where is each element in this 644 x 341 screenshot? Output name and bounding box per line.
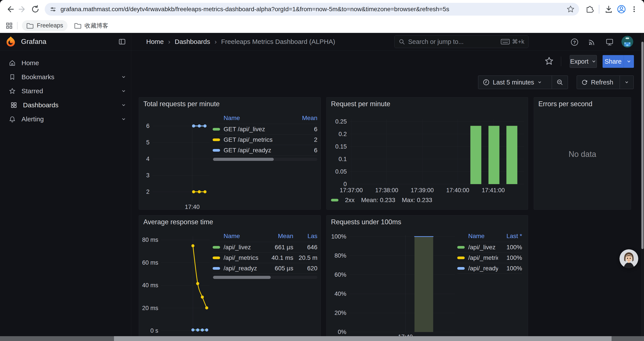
breadcrumb-home[interactable]: Home [146, 38, 164, 46]
back-button[interactable] [4, 3, 16, 16]
dock-sidebar-icon[interactable] [118, 38, 126, 46]
series-name[interactable]: GET /api/_readyz [224, 147, 287, 154]
sidebar-item-label: Alerting [22, 115, 44, 123]
legend-scrollbar[interactable] [212, 158, 318, 161]
chevron-down-icon[interactable] [120, 116, 127, 122]
share-label[interactable]: Share [602, 55, 624, 68]
legend-scrollbar[interactable] [212, 276, 318, 279]
url-text[interactable]: grafana.mathmast.com/d/deytv4rwavabkb/fr… [60, 6, 566, 13]
user-avatar[interactable] [622, 36, 633, 48]
series-color-pill [457, 246, 465, 249]
time-range-button[interactable]: Last 5 minutes [478, 76, 552, 89]
search-input[interactable]: Search or jump to... ⌘+k [394, 35, 528, 48]
legend-row[interactable]: GET /api/_livez6 [212, 124, 318, 134]
svg-text:17:37:00: 17:37:00 [340, 187, 363, 194]
browser-menu-icon[interactable] [628, 3, 640, 16]
forward-button[interactable] [16, 3, 29, 16]
chevron-down-icon[interactable] [120, 88, 127, 94]
series-name[interactable]: /api/_livez [224, 244, 262, 251]
panel-total-requests-per-minute: Total requests per minute 6543217:40 Nam… [139, 97, 321, 210]
address-bar[interactable]: grafana.mathmast.com/d/deytv4rwavabkb/fr… [45, 3, 579, 16]
legend-row[interactable]: /api/_metrics100% [457, 252, 522, 263]
legend-col-name[interactable]: Name [224, 115, 240, 122]
search-placeholder: Search or jump to... [408, 38, 501, 46]
extensions-icon[interactable] [583, 3, 596, 16]
legend-col-last[interactable]: Las [293, 233, 318, 240]
legend-col-name[interactable]: Name [224, 233, 240, 240]
series-name[interactable]: GET /api/_metrics [224, 136, 287, 143]
grafana-logo[interactable] [5, 36, 16, 47]
panel-errors-per-second: Errors per second No data [534, 97, 631, 210]
breadcrumb: Home › Dashboards › Freeleaps Metrics Da… [146, 33, 335, 51]
svg-text:17:40: 17:40 [185, 204, 200, 209]
panel-title[interactable]: Requests under 100ms [331, 218, 401, 226]
legend-col-mean[interactable]: Mean [260, 233, 293, 240]
series-name[interactable]: /api/_readyz [224, 265, 262, 272]
sidebar-item-dashboards[interactable]: Dashboards [0, 98, 131, 112]
bookmarks-bar: Freeleaps 收藏博客 [0, 19, 644, 33]
sidebar-item-starred[interactable]: Starred [0, 84, 131, 98]
legend-row[interactable]: /api/_livez661 µs646 [212, 242, 318, 252]
refresh-interval-toggle[interactable] [620, 76, 634, 89]
dashboards-grid-icon [10, 102, 17, 109]
home-icon [9, 60, 16, 67]
legend-col-name[interactable]: Name [468, 233, 485, 240]
legend-row[interactable]: /api/_livez100% [457, 242, 522, 252]
series-name[interactable]: /api/_metrics [224, 254, 262, 261]
horizontal-scrollbar[interactable] [0, 336, 644, 341]
star-icon [9, 88, 16, 95]
panel-title[interactable]: Total requests per minute [143, 100, 220, 108]
sidebar-item-alerting[interactable]: Alerting [0, 112, 131, 126]
favorite-dashboard-icon[interactable] [544, 56, 555, 67]
export-button[interactable]: Export [570, 55, 597, 68]
help-icon[interactable]: ? [570, 37, 579, 47]
series-max: Max: 0.233 [402, 197, 432, 204]
zoom-out-button[interactable] [552, 76, 568, 89]
horizontal-scrollbar-thumb[interactable] [114, 336, 612, 341]
series-name[interactable]: /api/_livez [468, 244, 498, 251]
chevron-down-icon[interactable] [120, 74, 127, 80]
keyboard-icon [501, 38, 510, 45]
legend-row[interactable]: /api/_readyz100% [457, 263, 522, 273]
legend-col-mean[interactable]: Mean [302, 115, 318, 122]
bell-icon [9, 116, 16, 123]
bookmark-folder-blogs[interactable]: 收藏博客 [70, 20, 113, 31]
sidebar-header: Grafana [0, 33, 131, 51]
series-color-pill [212, 149, 220, 152]
legend-row[interactable]: /api/_readyz605 µs620 [212, 263, 318, 273]
browser-toolbar: grafana.mathmast.com/d/deytv4rwavabkb/fr… [0, 0, 644, 19]
vertical-scrollbar-thumb[interactable] [641, 42, 644, 249]
legend-row[interactable]: GET /api/_readyz6 [212, 145, 318, 155]
share-button[interactable]: Share [602, 55, 634, 68]
chevron-down-icon[interactable] [120, 102, 127, 108]
news-rss-icon[interactable] [587, 37, 597, 47]
svg-text:3: 3 [146, 172, 150, 179]
share-menu-toggle[interactable] [624, 55, 634, 68]
sidebar-item-bookmarks[interactable]: Bookmarks [0, 70, 131, 84]
legend-row[interactable]: GET /api/_metrics2 [212, 134, 318, 145]
download-icon[interactable] [602, 3, 615, 16]
panel-title[interactable]: Request per minute [331, 100, 390, 108]
vertical-scrollbar[interactable] [641, 33, 644, 336]
sidebar-item-home[interactable]: Home [0, 56, 131, 70]
panel-title[interactable]: Errors per second [538, 100, 592, 108]
search-shortcut: ⌘+k [512, 38, 524, 45]
svg-text:100%: 100% [331, 233, 346, 240]
series-name[interactable]: 2xx [345, 197, 355, 204]
bookmark-star-icon[interactable] [566, 5, 575, 14]
assistant-avatar[interactable] [620, 249, 638, 268]
series-name[interactable]: /api/_readyz [468, 265, 498, 272]
legend-col-last[interactable]: Last * [506, 233, 522, 240]
site-settings-icon[interactable] [49, 5, 57, 13]
series-name[interactable]: /api/_metrics [468, 254, 498, 261]
breadcrumb-dashboards[interactable]: Dashboards [175, 38, 210, 46]
series-name[interactable]: GET /api/_livez [224, 126, 287, 133]
panel-title[interactable]: Average response time [143, 218, 213, 226]
profile-icon[interactable] [615, 3, 628, 16]
legend-row[interactable]: /api/_metrics40.1 ms20.5 m [212, 252, 318, 263]
monitor-kiosk-icon[interactable] [605, 37, 614, 47]
refresh-button[interactable]: Refresh [577, 76, 620, 89]
bookmark-folder-freeleaps[interactable]: Freeleaps [22, 20, 68, 31]
apps-grid-icon[interactable] [5, 22, 13, 30]
reload-button[interactable] [29, 3, 42, 16]
